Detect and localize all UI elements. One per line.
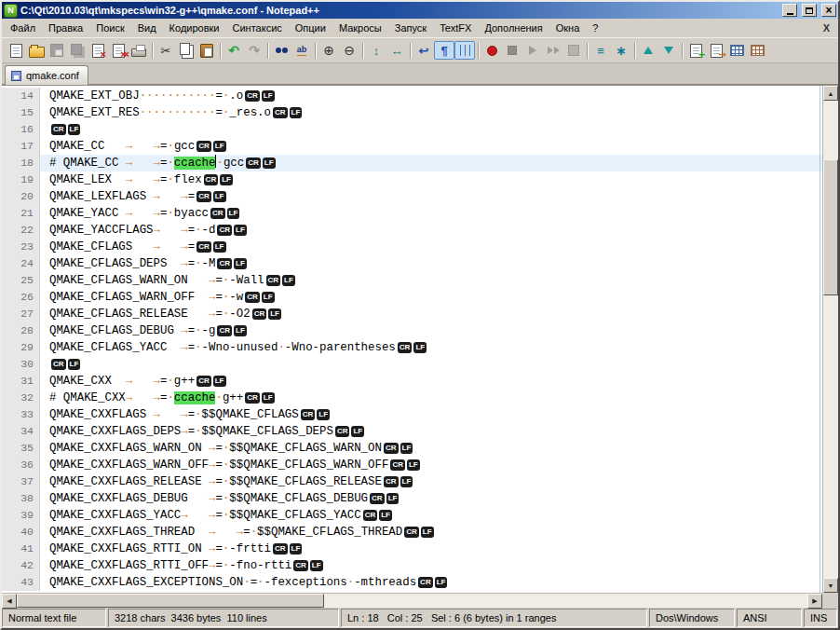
close-file-icon[interactable]	[88, 41, 108, 60]
menu-item-file[interactable]: Файл	[4, 21, 42, 35]
menu-item-macro[interactable]: Макросы	[332, 21, 388, 35]
code-line[interactable]: 42QMAKE_CXXFLAGS_RTTI_OFF→=·-fno-rttiCRL…	[2, 557, 822, 574]
word-wrap-icon[interactable]	[413, 41, 434, 60]
copy-icon[interactable]	[176, 41, 196, 60]
vertical-scroll-thumb[interactable]	[823, 159, 838, 295]
plugin-textfx2-icon[interactable]	[611, 41, 631, 60]
code-line[interactable]: 15QMAKE_EXT_RES···········=·_res.oCRLF	[2, 104, 822, 121]
horizontal-scroll-thumb[interactable]	[17, 594, 324, 608]
code-line[interactable]: 43QMAKE_CXXFLAGS_EXCEPTIONS_ON·=·-fexcep…	[2, 574, 822, 591]
crlf-marker: LF	[234, 258, 247, 269]
code-line[interactable]: 21QMAKE_YACC→→=·byaccCRLF	[2, 205, 822, 222]
code-line[interactable]: 20QMAKE_LEXFLAGS→→=CRLF	[2, 188, 822, 205]
horizontal-scrollbar[interactable]: ◀ ▶	[2, 593, 822, 608]
crlf-marker: LF	[435, 577, 448, 588]
code-line[interactable]: 41QMAKE_CXXFLAGS_RTTI_ON→=·-frttiCRLF	[2, 541, 822, 557]
code-line[interactable]: 33QMAKE_CXXFLAGS→→=·$$QMAKE_CFLAGSCRLF	[2, 406, 822, 423]
macro-save-icon[interactable]	[563, 41, 584, 60]
code-line[interactable]: 38QMAKE_CXXFLAGS_DEBUG→=·$$QMAKE_CFLAGS_…	[2, 490, 822, 507]
plugin-down-icon[interactable]	[658, 41, 679, 60]
tab-arrow: →	[160, 188, 188, 205]
zoom-in-icon[interactable]	[318, 41, 339, 60]
tab-qmake.conf[interactable]: qmake.conf	[5, 65, 88, 85]
save-icon[interactable]	[47, 41, 67, 60]
redo-icon[interactable]	[244, 41, 264, 60]
code-area[interactable]: 14QMAKE_EXT_OBJ···········=·.oCRLF15QMAK…	[2, 86, 822, 593]
plugin-doc-new-icon[interactable]	[685, 41, 706, 60]
minimize-button[interactable]	[782, 4, 797, 17]
code-line[interactable]: 24QMAKE_CFLAGS_DEPS→=·-MCRLF	[2, 255, 822, 272]
code-line[interactable]: 19QMAKE_LEX→→=·flexCRLF	[2, 171, 822, 188]
close-all-icon[interactable]	[108, 41, 129, 60]
zoom-out-icon[interactable]	[339, 41, 359, 60]
code-line[interactable]: 36QMAKE_CXXFLAGS_WARN_OFF→=·$$QMAKE_CFLA…	[2, 457, 822, 473]
menu-item-settings[interactable]: Опции	[289, 21, 332, 35]
code-line[interactable]: 27QMAKE_CFLAGS_RELEASE→=·-O2CRLF	[2, 306, 822, 322]
scroll-right-icon[interactable]: ▶	[807, 594, 822, 609]
code-line[interactable]: 23QMAKE_CFLAGS→→=CRLF	[2, 239, 822, 255]
show-all-characters-icon[interactable]	[434, 41, 454, 60]
scroll-left-icon[interactable]: ◀	[2, 594, 17, 609]
menu-item-plugins[interactable]: Дополнения	[478, 21, 549, 35]
menu-item-edit[interactable]: Правка	[42, 21, 89, 35]
undo-icon[interactable]	[224, 41, 244, 60]
sync-horizontal-icon[interactable]	[386, 41, 407, 60]
macro-run-multiple-icon[interactable]	[543, 41, 563, 60]
open-file-icon[interactable]	[26, 41, 47, 60]
menu-item-help[interactable]: ?	[586, 21, 604, 35]
new-file-icon[interactable]	[6, 41, 26, 60]
code-line[interactable]: 40QMAKE_CXXFLAGS_THREAD→→=·$$QMAKE_CFLAG…	[2, 524, 822, 541]
macro-play-icon[interactable]	[522, 41, 543, 60]
code-line[interactable]: 16CRLF	[2, 121, 822, 138]
code-line[interactable]: 17QMAKE_CC→→=·gccCRLF	[2, 138, 822, 155]
maximize-button[interactable]	[802, 4, 817, 17]
status-eol-format: Dos\Windows	[649, 609, 735, 627]
close-button[interactable]	[821, 4, 836, 17]
code-line[interactable]: 22QMAKE_YACCFLAGS→→=·-dCRLF	[2, 222, 822, 239]
code-text: -Wall	[229, 274, 264, 287]
code-line[interactable]: 25QMAKE_CFLAGS_WARN_ON→=·-WallCRLF	[2, 272, 822, 289]
macro-record-icon[interactable]	[481, 41, 502, 60]
menu-item-window[interactable]: Окна	[549, 21, 587, 35]
menu-item-textfx[interactable]: TextFX	[433, 21, 478, 35]
code-line[interactable]: 26QMAKE_CFLAGS_WARN_OFF→=·-wCRLF	[2, 289, 822, 306]
sync-vertical-icon[interactable]	[366, 41, 386, 60]
macro-stop-icon[interactable]	[502, 41, 522, 60]
vertical-scrollbar[interactable]: ▲ ▼	[822, 86, 838, 593]
code-line[interactable]: 18# QMAKE_CC→→=·ccache·gccCRLF	[2, 155, 822, 171]
code-line[interactable]: 29QMAKE_CFLAGS_YACC→=·-Wno-unused·-Wno-p…	[2, 339, 822, 356]
menu-item-run[interactable]: Запуск	[388, 21, 433, 35]
code-line[interactable]: 28QMAKE_CFLAGS_DEBUG→=·-gCRLF	[2, 322, 822, 339]
plugin-doc-export-icon[interactable]	[706, 41, 726, 60]
code-line[interactable]: 32# QMAKE_CXX→→=·ccache·g++CRLF	[2, 390, 822, 406]
line-number: 33	[2, 406, 40, 423]
find-icon[interactable]	[271, 41, 291, 60]
code-line[interactable]: 31QMAKE_CXX→→=·g++CRLF	[2, 373, 822, 390]
scroll-down-icon[interactable]: ▼	[823, 578, 838, 593]
menu-item-search[interactable]: Поиск	[89, 21, 130, 35]
menu-item-language[interactable]: Синтаксис	[226, 21, 289, 35]
paste-icon[interactable]	[196, 41, 217, 60]
plugin-textfx-icon[interactable]	[590, 41, 611, 60]
print-icon[interactable]	[129, 41, 149, 60]
menu-item-encoding[interactable]: Кодировки	[163, 21, 226, 35]
menubar-close-button[interactable]: X	[817, 22, 836, 34]
plugin-grid-icon[interactable]	[726, 41, 747, 60]
code-line[interactable]: 35QMAKE_CXXFLAGS_WARN_ON→=·$$QMAKE_CFLAG…	[2, 440, 822, 457]
show-indent-guide-icon[interactable]	[454, 41, 475, 60]
code-line[interactable]: 14QMAKE_EXT_OBJ···········=·.oCRLF	[2, 88, 822, 104]
toolbar-separator	[587, 43, 588, 59]
plugin-grid2-icon[interactable]	[747, 41, 767, 60]
cut-icon[interactable]	[156, 41, 176, 60]
code-line[interactable]: 39QMAKE_CXXFLAGS_YACC→→=·$$QMAKE_CFLAGS_…	[2, 507, 822, 524]
save-all-icon[interactable]	[67, 41, 88, 60]
title-bar[interactable]: N C:\Qt\2010.03\qt\mkspecs\win32-g++\qma…	[2, 2, 838, 19]
code-line[interactable]: 37QMAKE_CXXFLAGS_RELEASE→=·$$QMAKE_CFLAG…	[2, 473, 822, 490]
plugin-up-icon[interactable]	[638, 41, 658, 60]
replace-icon[interactable]	[291, 41, 312, 60]
code-line[interactable]: 34QMAKE_CXXFLAGS_DEPS→=·$$QMAKE_CFLAGS_D…	[2, 423, 822, 440]
menu-item-view[interactable]: Вид	[131, 21, 163, 35]
line-content: QMAKE_CXX→→=·g++CRLF	[40, 373, 822, 390]
scroll-up-icon[interactable]: ▲	[823, 86, 838, 101]
code-line[interactable]: 30CRLF	[2, 356, 822, 373]
